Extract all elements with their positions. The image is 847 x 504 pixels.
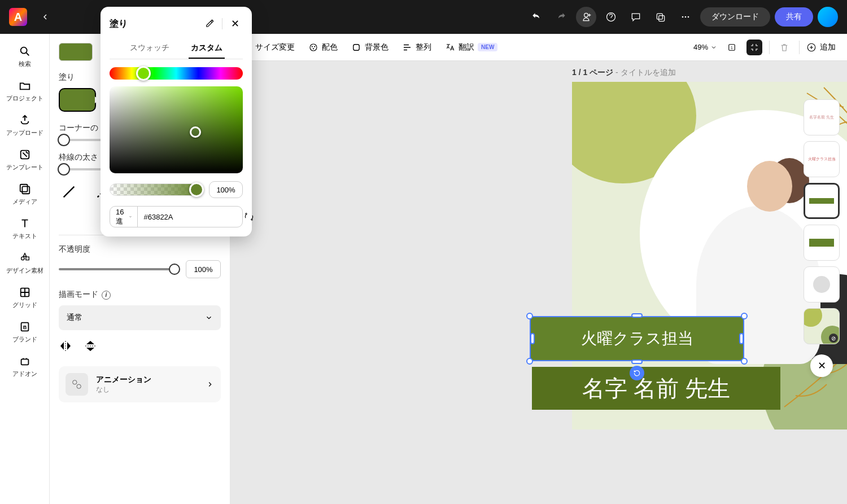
svg-rect-8 <box>20 185 27 192</box>
page-indicator[interactable]: 1 / 1 ページ - タイトルを追加 <box>572 68 676 78</box>
blend-value: 通常 <box>67 313 82 323</box>
share-button[interactable]: 共有 <box>775 7 813 27</box>
resize-handle[interactable] <box>631 360 643 364</box>
undo-button[interactable] <box>526 7 547 27</box>
rail-brand[interactable]: Bブランド <box>3 316 46 348</box>
bgcolor-button[interactable]: 背景色 <box>351 42 388 52</box>
svg-point-15 <box>77 384 81 388</box>
animation-title: アニメーション <box>96 375 198 385</box>
comment-button[interactable] <box>626 7 646 27</box>
close-button[interactable]: ✕ <box>227 16 243 32</box>
chevron-right-icon <box>206 380 214 388</box>
layer-thumb[interactable] <box>804 225 840 261</box>
svg-rect-20 <box>353 44 360 50</box>
svg-rect-1 <box>657 14 662 19</box>
rail-template[interactable]: テンプレート <box>3 144 46 176</box>
blend-label: 描画モードi <box>59 290 221 300</box>
animation-row[interactable]: アニメーション なし <box>59 366 221 402</box>
svg-point-19 <box>313 48 314 49</box>
rail-search[interactable]: 検索 <box>3 41 46 73</box>
colorize-button[interactable]: 配色 <box>308 42 338 52</box>
eyedropper-button[interactable] <box>202 16 217 32</box>
app-logo[interactable] <box>9 8 27 26</box>
saturation-value-box[interactable] <box>110 86 243 173</box>
flip-horizontal-button[interactable] <box>59 339 72 355</box>
blend-select[interactable]: 通常 <box>59 305 221 330</box>
svg-point-3 <box>682 16 684 18</box>
stroke-solid-icon[interactable] <box>59 182 79 202</box>
rail-upload[interactable]: アップロード <box>3 109 46 142</box>
layer-thumb-locked[interactable] <box>804 308 840 344</box>
alpha-thumb[interactable] <box>189 182 204 197</box>
rail-grid[interactable]: グリッド <box>3 282 46 314</box>
layers-rail: 名字名前 先生 火曜クラス担当 ✕ <box>796 95 847 382</box>
animation-sub: なし <box>96 385 198 395</box>
layer-thumb[interactable]: 火曜クラス担当 <box>804 141 840 177</box>
rail-label: デザイン素材 <box>6 266 43 275</box>
svg-rect-2 <box>659 16 665 21</box>
rail-project[interactable]: プロジェクト <box>3 75 46 107</box>
add-page-button[interactable]: 追加 <box>806 42 836 52</box>
close-layers-button[interactable]: ✕ <box>810 354 833 377</box>
resize-handle[interactable] <box>739 333 744 344</box>
resize-handle[interactable] <box>526 358 533 365</box>
rail-label: テンプレート <box>6 163 43 172</box>
rail-text[interactable]: テキスト <box>3 213 46 245</box>
resize-handle[interactable] <box>526 313 533 319</box>
resize-handle[interactable] <box>741 358 748 365</box>
opacity-value[interactable]: 100% <box>186 260 221 278</box>
context-toolbar: サイズ変更 配色 背景色 整列 翻訳NEW 49% 1 追加 <box>230 34 847 61</box>
page-view-button[interactable]: 1 <box>724 40 740 55</box>
opacity-label: 不透明度 <box>59 244 221 255</box>
swap-colors-button[interactable] <box>244 212 254 222</box>
info-icon[interactable]: i <box>102 291 111 300</box>
delete-button[interactable] <box>776 40 792 55</box>
rail-media[interactable]: メディア <box>3 178 46 211</box>
user-avatar[interactable] <box>818 7 838 27</box>
fill-color-button[interactable] <box>59 88 96 112</box>
recent-color-chip[interactable] <box>59 43 93 61</box>
alpha-value[interactable]: 100% <box>209 181 243 198</box>
svg-point-6 <box>20 47 27 54</box>
layer-thumb-selected[interactable] <box>804 183 840 219</box>
rail-label: テキスト <box>12 232 37 240</box>
resize-handle[interactable] <box>741 313 748 319</box>
layer-thumb[interactable] <box>804 266 840 303</box>
fit-button[interactable] <box>746 40 762 55</box>
tab-custom[interactable]: カスタム <box>189 38 225 59</box>
align-button[interactable]: 整列 <box>402 42 431 52</box>
zoom-control[interactable]: 49% <box>693 43 717 51</box>
tab-swatch[interactable]: スウォッチ <box>128 38 172 59</box>
more-button[interactable] <box>675 7 696 27</box>
redo-button[interactable] <box>551 7 571 27</box>
rail-elements[interactable]: デザイン素材 <box>3 247 46 279</box>
sv-thumb[interactable] <box>190 126 201 138</box>
translate-button[interactable]: 翻訳NEW <box>445 42 497 52</box>
rail-label: アドオン <box>12 370 37 378</box>
help-button[interactable] <box>601 7 621 27</box>
animation-icon <box>66 373 88 396</box>
back-button[interactable] <box>36 8 54 26</box>
download-button[interactable]: ダウンロード <box>700 7 770 27</box>
svg-rect-13 <box>21 359 28 365</box>
rail-label: グリッド <box>12 301 37 309</box>
rotate-handle[interactable] <box>630 366 644 380</box>
color-mode-select[interactable]: 16 進 <box>110 207 138 227</box>
layer-thumb[interactable]: 名字名前 先生 <box>804 99 840 135</box>
canvas-area[interactable]: サイズ変更 配色 背景色 整列 翻訳NEW 49% 1 追加 1 / 1 ページ… <box>230 34 847 504</box>
hue-slider[interactable] <box>110 67 243 80</box>
rail-label: アップロード <box>6 129 43 137</box>
selected-element[interactable]: 火曜クラス担当 <box>530 316 744 361</box>
invite-button[interactable] <box>576 7 596 27</box>
left-rail: 検索 プロジェクト アップロード テンプレート メディア テキスト デザイン素材… <box>0 34 50 504</box>
resize-handle[interactable] <box>530 333 535 344</box>
rail-addon[interactable]: アドオン <box>3 350 46 383</box>
hex-input[interactable] <box>138 213 244 221</box>
opacity-slider[interactable] <box>59 268 179 270</box>
alpha-slider[interactable] <box>110 183 203 196</box>
hue-thumb[interactable] <box>136 66 151 81</box>
resize-handle[interactable] <box>631 313 643 318</box>
flip-vertical-button[interactable] <box>84 339 97 355</box>
present-button[interactable] <box>650 7 671 27</box>
name-label[interactable]: 名字 名前 先生 <box>532 367 780 410</box>
